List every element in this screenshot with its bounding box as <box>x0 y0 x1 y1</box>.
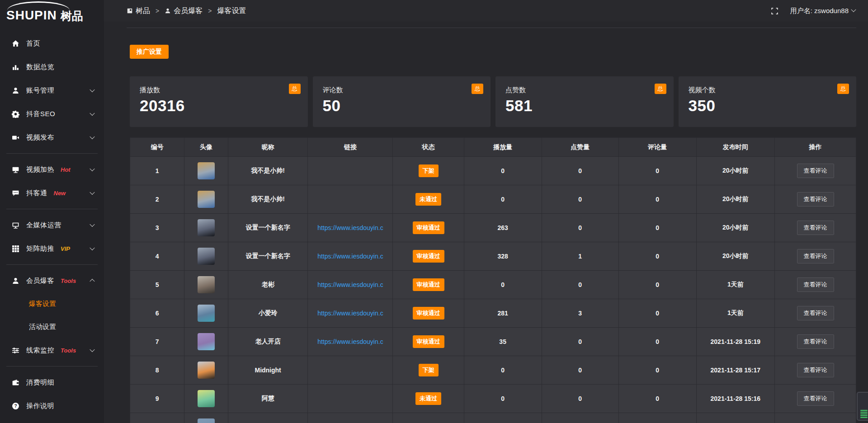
cell-likes: 3 <box>542 299 618 328</box>
sidebar-item-11[interactable]: 线索监控Tools <box>0 338 104 362</box>
cell-status: 审核通过 <box>393 242 464 271</box>
table-row: 2我不是小帅!未通过00020小时前查看评论 <box>130 185 856 214</box>
video-icon <box>12 134 19 141</box>
sidebar-item-8[interactable]: 全媒体运营 <box>0 213 104 237</box>
cell-link <box>308 385 393 413</box>
cell-time: 20小时前 <box>696 157 774 185</box>
cell-time: 1天前 <box>696 299 774 328</box>
breadcrumb-item[interactable]: 爆客设置 <box>217 6 246 16</box>
view-comments-button[interactable]: 查看评论 <box>797 249 834 263</box>
cell-time: 20小时前 <box>696 214 774 242</box>
wallet-icon <box>12 379 19 386</box>
column-header: 头像 <box>184 138 228 157</box>
cell-link <box>308 157 393 185</box>
chevron-down-icon <box>90 347 94 352</box>
sidebar-item-label: 会员爆客 <box>26 277 54 285</box>
column-header: 昵称 <box>228 138 308 157</box>
cell-time: 20小时前 <box>696 242 774 271</box>
cell-comments: 0 <box>618 214 696 242</box>
cell-nickname: 小爱玲 <box>228 299 308 328</box>
breadcrumb-item[interactable]: 树品 <box>136 6 150 16</box>
stat-label: 评论数 <box>323 86 481 94</box>
cell-action: 查看评论 <box>775 214 856 242</box>
cell-plays: 0 <box>464 385 542 413</box>
view-comments-button[interactable]: 查看评论 <box>797 306 834 320</box>
view-comments-button[interactable]: 查看评论 <box>797 391 834 406</box>
cell-nickname <box>228 413 308 423</box>
view-comments-button[interactable]: 查看评论 <box>797 334 834 349</box>
view-comments-button[interactable]: 查看评论 <box>797 363 834 377</box>
cell-likes: 0 <box>542 214 618 242</box>
view-comments-button[interactable]: 查看评论 <box>797 164 834 178</box>
stat-label: 播放数 <box>140 86 298 94</box>
status-badge: 下架 <box>419 164 439 177</box>
stat-value: 581 <box>505 97 664 115</box>
sidebar-item-label: 视频发布 <box>26 133 54 142</box>
cell-avatar <box>184 356 228 385</box>
cell-likes: 0 <box>542 385 618 413</box>
video-link[interactable]: https://www.iesdouyin.c <box>317 338 383 345</box>
sidebar-item-10[interactable]: 会员爆客Tools <box>0 269 104 292</box>
username[interactable]: 用户名: zswodun88 <box>790 7 849 15</box>
home-icon <box>12 40 19 47</box>
cell-id: 2 <box>130 185 184 214</box>
floating-widget[interactable] <box>857 392 868 421</box>
status-badge: 未通过 <box>415 392 441 405</box>
video-link[interactable]: https://www.iesdouyin.c <box>317 281 383 288</box>
cell-status: 下架 <box>393 356 464 385</box>
status-badge: 审核通过 <box>413 250 444 263</box>
sidebar-item-1[interactable]: 首页 <box>0 32 104 55</box>
sidebar-item-3[interactable]: 账号管理 <box>0 79 104 102</box>
avatar <box>198 162 215 179</box>
chevron-down-icon <box>90 166 94 171</box>
cell-time: 2021-11-28 15:17 <box>696 356 774 385</box>
sidebar-item-label: 线索监控 <box>26 346 54 355</box>
view-comments-button[interactable]: 查看评论 <box>797 192 834 207</box>
sidebar-item-13[interactable]: ?操作说明 <box>0 394 104 418</box>
cell-action: 查看评论 <box>775 328 856 356</box>
sidebar-item-6[interactable]: 视频加热Hot <box>0 158 104 181</box>
video-link[interactable]: https://www.iesdouyin.c <box>317 253 383 260</box>
view-comments-button[interactable]: 查看评论 <box>797 221 834 235</box>
cell-link: https://www.iesdouyin.c <box>308 271 393 299</box>
table-row <box>130 413 856 423</box>
sidebar-item-label: 数据总览 <box>26 63 54 71</box>
video-link[interactable]: https://www.iesdouyin.c <box>317 310 383 317</box>
topbar-right: 用户名: zswodun88 <box>771 7 855 15</box>
cell-status: 审核通过 <box>393 299 464 328</box>
sidebar-item-4[interactable]: 抖音SEO <box>0 102 104 126</box>
sidebar-item-9[interactable]: 矩阵助推VIP <box>0 237 104 260</box>
cell-action: 查看评论 <box>775 242 856 271</box>
sidebar-item-7[interactable]: 抖客通New <box>0 181 104 205</box>
cell-avatar <box>184 185 228 214</box>
stat-card: 视频个数350总 <box>679 76 857 127</box>
sidebar-subitem[interactable]: 活动设置 <box>0 315 104 338</box>
brand-logo[interactable]: SHUPIN 树品 <box>0 0 104 24</box>
view-comments-button[interactable]: 查看评论 <box>797 277 834 292</box>
user-icon <box>165 8 171 14</box>
sidebar-item-2[interactable]: 数据总览 <box>0 55 104 79</box>
stats-row: 播放数20316总评论数50总点赞数581总视频个数350总 <box>130 76 856 127</box>
cell-nickname: 设置一个新名字 <box>228 214 308 242</box>
status-badge: 审核通过 <box>413 221 444 234</box>
chevron-down-icon <box>90 111 94 116</box>
sidebar-item-5[interactable]: 视频发布 <box>0 126 104 149</box>
stat-total-badge: 总 <box>655 84 666 94</box>
sidebar-subitem[interactable]: 爆客设置 <box>0 292 104 315</box>
fullscreen-icon[interactable] <box>771 7 778 15</box>
promo-settings-button[interactable]: 推广设置 <box>130 45 169 59</box>
stat-label: 点赞数 <box>505 86 664 94</box>
breadcrumb-item[interactable]: 会员爆客 <box>174 6 203 16</box>
avatar <box>198 191 215 208</box>
cell-id: 4 <box>130 242 184 271</box>
logo-arc-icon <box>7 1 70 10</box>
chevron-down-icon <box>851 7 856 12</box>
cell-likes: 1 <box>542 242 618 271</box>
sidebar-item-12[interactable]: 消费明细 <box>0 371 104 394</box>
cell-plays: 0 <box>464 185 542 214</box>
stat-total-badge: 总 <box>472 84 483 94</box>
bar-chart-icon <box>12 63 19 71</box>
cell-action: 查看评论 <box>775 299 856 328</box>
cell-id: 9 <box>130 385 184 413</box>
video-link[interactable]: https://www.iesdouyin.c <box>317 224 383 231</box>
